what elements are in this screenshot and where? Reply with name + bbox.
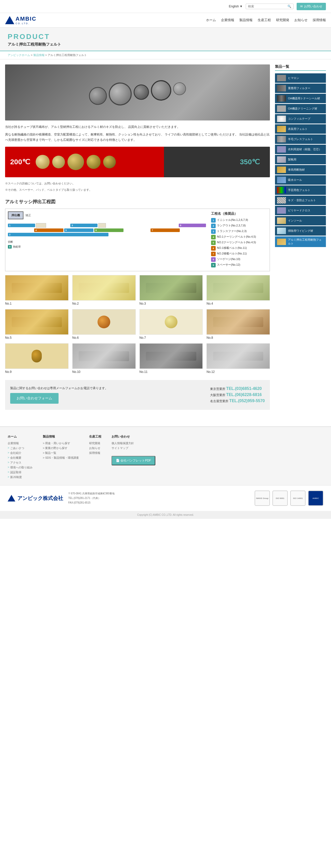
sidebar-thumb-felt	[277, 126, 286, 132]
search-box[interactable]: 🔍	[246, 4, 294, 9]
main-header: AMBIC CO.LTD. ホーム 企業情報 製品情報 生産工程 研究開発 お知…	[0, 13, 331, 28]
search-icon[interactable]: 🔍	[288, 5, 291, 8]
footer-company-info: 〒670-0841 兵庫県姫路市城東町380番地 TEL.(079)281-21…	[68, 491, 114, 505]
product-img-4	[206, 275, 270, 301]
product-item-5: No.5	[5, 309, 68, 340]
sidebar-item-water[interactable]: 吸水ロール	[275, 175, 326, 185]
iso9001-badge: ISO 9001	[272, 491, 288, 506]
sidebar-item-shoes[interactable]: 製靴用	[275, 155, 326, 164]
product-item-1: No.1	[5, 275, 68, 305]
nav-news[interactable]: お知らせ	[294, 18, 307, 23]
sidebar-item-toner[interactable]: OA機器用トナーシール材	[275, 94, 326, 103]
product-label-9: No.9	[5, 370, 68, 374]
footer-link-greeting[interactable]: ごあいさつ	[8, 446, 33, 450]
logo[interactable]: AMBIC CO.LTD.	[5, 16, 36, 25]
footer-col-title-1: 製品情報	[43, 435, 79, 439]
footer-link-environment[interactable]: 環境への取り組み	[8, 466, 33, 469]
contact-left: 製品に関するお問い合わせは専用メールフォームかお電話で承ります。 お問い合わせフ…	[10, 386, 202, 404]
sidebar-item-vehicle[interactable]: 車両用断熱材	[275, 165, 326, 175]
footer-link-about[interactable]: 会社紹介	[8, 451, 33, 455]
sidebar-thumb-scratch	[277, 197, 286, 204]
contact-form-button[interactable]: お問い合わせフォーム	[10, 393, 59, 404]
product-item-4: No.4	[206, 275, 270, 305]
footer-link-access[interactable]: アクセス	[8, 461, 33, 465]
office-nagoya: 名古屋営業所 TEL.(052)959-5570	[210, 399, 265, 403]
sidebar-item-billiard[interactable]: ビリヤードクロス	[275, 206, 326, 215]
footer-bottom: アンビック株式会社 〒670-0841 兵庫県姫路市城東町380番地 TEL.(…	[0, 485, 331, 511]
company-brochure-button[interactable]: 📄 会社パンフレットPDF	[111, 456, 155, 465]
office-osaka: 大阪営業所 TEL.(06)6228-6816	[210, 393, 265, 397]
logo-triangle	[5, 16, 14, 24]
main-content: 当社が誇るチューブ状不織布が、アルミ型材押出工程におけるアルミ材のキズを防止し、…	[5, 64, 275, 416]
footer-logo: アンビック株式会社	[8, 495, 63, 502]
sidebar-item-color-felt[interactable]: 手芸用色フェルト	[275, 185, 326, 195]
product-label-3: No.3	[139, 302, 203, 305]
process-list: 工程名（推奨品） 1 イニシャル(No.1,2,6,7,9) 2 ランアウト(N…	[211, 211, 267, 269]
nav-product[interactable]: 製品情報	[239, 18, 253, 23]
footer-link-certification[interactable]: 認証取得	[8, 470, 33, 474]
footer-col-title-2: 生産工程	[89, 435, 101, 439]
nav-research[interactable]: 研究開発	[276, 18, 289, 23]
sidebar-item-wipe[interactable]: 掃除用ワイピング材	[275, 226, 326, 236]
footer-link-sitemap[interactable]: サイトマップ	[111, 446, 155, 450]
sidebar-item-cleaner[interactable]: OA機器クリーニング材	[275, 104, 326, 113]
footer-link-sds[interactable]: > SDS・製品情報・環境調査	[43, 456, 79, 460]
nav-recruit[interactable]: 採用情報	[313, 18, 326, 23]
footer-link-research[interactable]: 研究開発	[89, 441, 101, 445]
footer-link-privacy[interactable]: 個人情報保護方針	[111, 441, 155, 445]
sidebar-item-press[interactable]: 羊毛プレスフェルト	[275, 134, 326, 144]
note2: ※その他、スペーサー、パッド、ベルトタイプも取り扱っています。	[5, 187, 270, 192]
top-bar: English ▼ 🔍 ✉ お問い合わせ	[0, 0, 331, 13]
search-input[interactable]	[248, 5, 286, 8]
sidebar-title: 製品一覧	[275, 64, 326, 71]
cut-label: 切断	[8, 240, 13, 244]
footer-link-newjs[interactable]: 新JS制度	[8, 475, 33, 479]
sidebar-item-alumi[interactable]: アルミ押出工程用耐熱フェルト	[275, 236, 326, 247]
footer-link-news[interactable]: お知らせ	[89, 446, 101, 450]
description-text: 当社が誇るチューブ状不織布が、アルミ型材押出工程におけるアルミ材のキズを防止し、…	[5, 124, 270, 143]
sidebar-item-filter[interactable]: 重塵用フィルター	[275, 84, 326, 93]
footer-link-company[interactable]: 企業情報	[8, 441, 33, 445]
product-item-9: No.9	[5, 343, 68, 374]
nav-process[interactable]: 生産工程	[258, 18, 271, 23]
section-title: アルミサッシ押出工程図	[5, 199, 270, 205]
process-item-6: 6 NO.1移載ベルト(No.11)	[211, 246, 267, 251]
contact-button[interactable]: ✉ お問い合わせ	[297, 3, 326, 10]
sidebar-thumb-press	[277, 136, 286, 143]
nav-company[interactable]: 企業情報	[221, 18, 234, 23]
footer-link-product-list[interactable]: > 製品一覧	[43, 451, 79, 455]
footer-link-overview[interactable]: 会社概要	[8, 456, 33, 460]
contact-right: 東京営業所 TEL.(03)6851-4620 大阪営業所 TEL.(06)62…	[210, 385, 265, 405]
nav-home[interactable]: ホーム	[206, 18, 216, 23]
process-item-2: 2 ランアウト(No.2,3,7,8)	[211, 224, 267, 228]
correction-label: 矯正	[26, 213, 31, 217]
breadcrumb-product[interactable]: 製品情報	[33, 54, 44, 57]
footer-nav: ホーム 企業情報 ごあいさつ 会社紹介 会社概要 アクセス 環境への取り組み 認…	[0, 426, 331, 485]
sidebar-item-felt[interactable]: 表装用フェルト	[275, 124, 326, 134]
footer-logo-triangle	[8, 495, 15, 501]
sidebar-item-confil[interactable]: コンフィルテープ	[275, 114, 326, 124]
footer-fax: FAX:(079)281-6515	[68, 500, 114, 505]
sidebar-item-himaron[interactable]: ヒマロン	[275, 73, 326, 83]
product-label-12: No.12	[206, 370, 270, 374]
footer-address: 〒670-0841 兵庫県姫路市城東町380番地	[68, 491, 114, 496]
product-label-6: No.6	[72, 336, 136, 340]
product-label-4: No.4	[206, 302, 270, 305]
sidebar-item-clothing[interactable]: 衣利用資材（樹脂、芯芯）	[275, 145, 326, 154]
process-item-5: 5 NO.2クーリングベルト(No.4,5)	[211, 241, 267, 245]
breadcrumb-home[interactable]: アンビックホーム	[8, 54, 30, 57]
footer-link-recruit[interactable]: 採用情報	[89, 451, 101, 455]
sidebar-thumb-insole	[277, 218, 286, 224]
footer-link-product-use[interactable]: > 用途・用いから探す	[43, 441, 79, 445]
ambic-badge: AMBIC	[308, 491, 323, 506]
heat-treat-label: 熱処理	[13, 245, 21, 249]
content-wrapper: 当社が誇るチューブ状不織布が、アルミ型材押出工程におけるアルミ材のキズを防止し、…	[0, 59, 331, 421]
process-item-9: 9 スペーサー(No.12)	[211, 263, 267, 268]
language-selector[interactable]: English ▼	[229, 5, 243, 8]
sidebar-item-insole[interactable]: インソール	[275, 216, 326, 225]
sidebar-thumb-cleaner	[277, 105, 286, 112]
sidebar-item-scratch[interactable]: キズ・音防止フェルト	[275, 196, 326, 205]
sidebar-thumb-filter	[277, 85, 286, 91]
footer-link-product-field[interactable]: > 業業の野から探す	[43, 446, 79, 450]
product-img-1	[5, 275, 68, 301]
